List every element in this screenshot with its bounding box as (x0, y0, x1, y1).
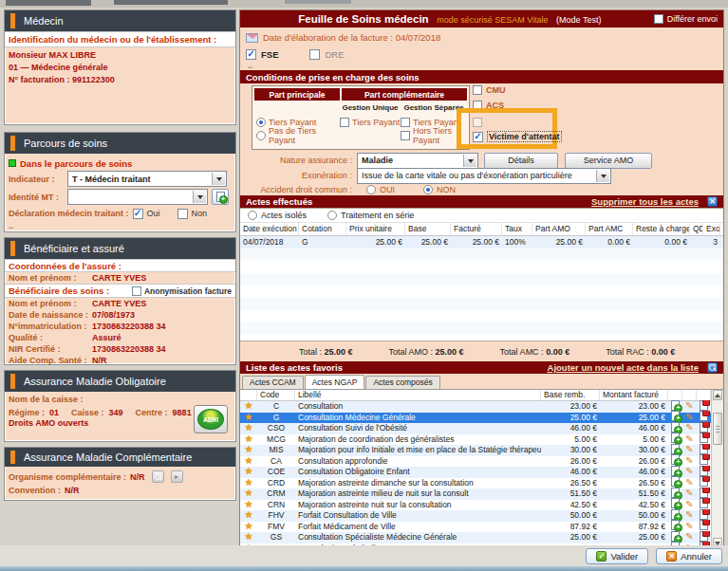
favorite-star-icon[interactable]: ★ (245, 456, 253, 466)
edit-icon[interactable]: ✎ (685, 413, 693, 422)
anonymisation-checkbox[interactable] (132, 286, 141, 296)
declaration-oui-checkbox[interactable] (133, 209, 143, 219)
remove-favorite-icon[interactable] (700, 433, 708, 443)
favorite-star-icon[interactable]: ★ (245, 478, 253, 488)
dre-checkbox[interactable] (309, 49, 320, 60)
edit-icon[interactable]: ✎ (685, 532, 693, 542)
remove-favorite-icon[interactable] (700, 411, 708, 421)
favorite-star-icon[interactable]: ★ (245, 401, 253, 411)
actes-column-header[interactable]: Prix unitaire (346, 223, 405, 235)
favorite-star-icon[interactable]: ★ (245, 500, 253, 509)
edit-icon[interactable]: ✎ (685, 456, 693, 466)
remove-favorite-icon[interactable] (700, 454, 708, 465)
add-act-icon[interactable] (671, 444, 680, 454)
remove-favorite-icon[interactable] (700, 488, 708, 498)
actes-column-header[interactable]: Date exécution (240, 223, 299, 235)
favoris-tab[interactable]: Actes composés (365, 376, 439, 389)
favoris-row[interactable]: ★ CSO Consultation Suivi de l'Obésité 46… (240, 423, 723, 434)
add-act-icon[interactable] (671, 422, 680, 433)
add-act-icon[interactable] (671, 466, 680, 476)
favorite-star-icon[interactable]: ★ (245, 423, 253, 433)
organisme-next-button[interactable]: ▸ (171, 470, 183, 483)
edit-icon[interactable]: ✎ (685, 401, 693, 411)
add-act-icon[interactable] (671, 488, 680, 498)
tiers-payant-gs-checkbox[interactable] (401, 118, 410, 127)
add-act-icon[interactable] (671, 433, 680, 443)
favoris-row[interactable]: ★ CRN Majoration astreinte nuit sur la c… (240, 500, 723, 511)
delete-all-icon[interactable]: ✕ (707, 196, 718, 207)
add-act-icon[interactable] (671, 476, 680, 487)
edit-icon[interactable]: ✎ (685, 500, 693, 509)
hors-tiers-payant-checkbox[interactable] (401, 131, 410, 140)
chevron-down-icon[interactable] (463, 155, 476, 167)
add-mt-button[interactable] (212, 189, 229, 205)
favoris-libelle-header[interactable]: Libellé (295, 390, 541, 400)
scroll-up-icon[interactable] (713, 390, 722, 400)
favoris-code-header[interactable]: Code (257, 390, 295, 400)
actes-column-header[interactable]: Exo (703, 223, 720, 235)
fse-checkbox[interactable] (246, 49, 256, 60)
favoris-row[interactable]: ★ CA Consultation approfondie 26.00 € 26… (240, 456, 723, 468)
chevron-down-icon[interactable] (596, 170, 609, 182)
remove-favorite-icon[interactable] (700, 466, 708, 476)
edit-icon[interactable]: ✎ (685, 467, 693, 476)
favoris-row[interactable]: ★ G Consultation Médecine Générale 25.00… (240, 413, 723, 424)
favoris-row[interactable]: ★ CRM Majoration astreinte milieu de nui… (240, 488, 723, 500)
supprimer-actes-link[interactable]: Supprimer tous les actes (591, 196, 699, 207)
actes-column-header[interactable]: Cotation (299, 223, 346, 235)
favorite-star-icon[interactable]: ★ (245, 532, 253, 542)
favoris-row[interactable]: ★ MCG Majoration de coordination des gén… (240, 434, 723, 446)
actes-isoles-radio[interactable] (248, 211, 257, 220)
actes-column-header[interactable]: Base (405, 223, 451, 235)
add-act-icon[interactable] (671, 520, 680, 530)
cmu-checkbox[interactable] (473, 85, 482, 95)
scrollbar-thumb[interactable] (713, 413, 722, 445)
remove-favorite-icon[interactable] (700, 520, 708, 530)
annuler-button[interactable]: ✕ Annuler (656, 548, 722, 564)
favoris-row[interactable]: ★ CRD Majoration astreinte dimanche sur … (240, 478, 723, 489)
favoris-row[interactable]: ★ GS Consultation Spécialiste Médecine G… (240, 532, 723, 543)
actes-column-header[interactable]: QD (690, 223, 703, 235)
add-act-icon[interactable] (671, 531, 680, 542)
favorite-star-icon[interactable]: ★ (245, 522, 253, 531)
remove-favorite-icon[interactable] (700, 422, 708, 433)
actes-column-header[interactable]: Facturé (451, 223, 502, 235)
actes-column-header[interactable]: Part AMC (586, 223, 633, 235)
favorite-star-icon[interactable]: ★ (245, 434, 253, 444)
traitement-serie-radio[interactable] (327, 211, 337, 220)
accident-oui-radio[interactable] (366, 185, 376, 194)
search-icon[interactable] (707, 362, 718, 373)
favorite-star-icon[interactable]: ★ (245, 445, 253, 454)
chevron-down-icon[interactable] (193, 191, 206, 203)
chevron-down-icon[interactable] (212, 173, 225, 185)
edit-icon[interactable]: ✎ (685, 434, 693, 444)
favoris-tab[interactable]: Actes CCAM (242, 376, 304, 389)
edit-icon[interactable]: ✎ (685, 522, 693, 531)
favoris-row[interactable]: ★ MIS Majoration pour info Initiale et m… (240, 445, 723, 456)
actes-column-header[interactable]: Reste à charge (633, 223, 690, 235)
add-act-icon[interactable] (671, 509, 680, 520)
nature-assurance-select[interactable]: Maladie (357, 153, 478, 169)
favoris-row[interactable]: ★ C Consultation 23.00 € 23.00 € ✎ (240, 401, 723, 413)
differer-envoi-checkbox[interactable] (654, 14, 663, 24)
favorite-star-icon[interactable]: ★ (245, 488, 253, 498)
edit-icon[interactable]: ✎ (685, 445, 693, 454)
service-amo-button[interactable]: Service AMO (565, 153, 652, 169)
remove-favorite-icon[interactable] (700, 444, 708, 454)
favoris-montant-header[interactable]: Montant facturé (600, 390, 668, 400)
actes-column-header[interactable]: Taux (502, 223, 532, 235)
declaration-non-checkbox[interactable] (177, 209, 188, 219)
favoris-row[interactable]: ★ FHV Forfait Consultation de Ville 50.0… (240, 510, 723, 522)
favoris-scrollbar[interactable] (711, 390, 723, 548)
remove-favorite-icon[interactable] (700, 400, 708, 411)
actes-column-header[interactable]: Part AMO (532, 223, 586, 235)
acte-row[interactable]: 04/07/2018G25.00 €25.00 €25.00 €100%25.0… (240, 236, 723, 249)
valider-button[interactable]: ✓ Valider (586, 548, 648, 564)
edit-icon[interactable]: ✎ (685, 423, 693, 433)
ajouter-acte-link[interactable]: Ajouter un nouvel acte dans la liste (548, 362, 699, 373)
identite-mt-select[interactable] (67, 189, 208, 205)
details-button[interactable]: Détails (484, 153, 558, 169)
pas-tiers-payant-radio[interactable] (256, 131, 266, 140)
favorite-star-icon[interactable]: ★ (245, 510, 253, 520)
accident-non-radio[interactable] (423, 185, 433, 194)
